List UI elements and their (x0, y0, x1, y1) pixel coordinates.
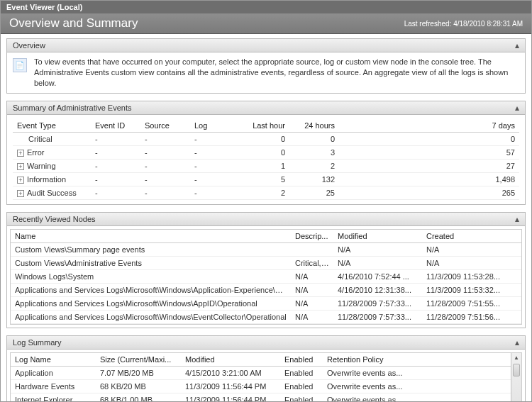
admin-summary-body: Event Type Event ID Source Log Last hour… (7, 115, 525, 204)
cell-event-id: - (91, 159, 140, 172)
col-24-hours[interactable]: 24 hours (289, 119, 339, 133)
cell-name: Applications and Services Logs\Microsoft… (11, 283, 291, 296)
cell-modified: 4/15/2010 3:21:00 AM (181, 366, 280, 379)
overview-panel-body: 📄 To view events that have occurred on y… (7, 52, 525, 93)
table-row[interactable]: Application7.07 MB/20 MB4/15/2010 3:21:0… (11, 366, 511, 379)
log-summary-title: Log Summary (13, 338, 61, 347)
cell-source: - (140, 145, 190, 159)
expand-icon[interactable]: + (17, 150, 24, 157)
table-row[interactable]: Internet Explorer68 KB/1.00 MB11/3/2009 … (11, 393, 511, 402)
log-summary-header[interactable]: Log Summary ▴ (7, 336, 525, 350)
cell-log: - (190, 159, 240, 172)
col-source[interactable]: Source (140, 119, 190, 133)
col-7-days[interactable]: 7 days (339, 119, 519, 133)
cell-source: - (140, 186, 190, 199)
cell-log: - (190, 132, 240, 145)
col-event-id[interactable]: Event ID (91, 119, 140, 133)
cell-24-hours: 3 (289, 145, 339, 159)
cell-description: Critical, ... (291, 256, 333, 269)
cell-log-name: Hardware Events (11, 379, 96, 393)
table-row[interactable]: +Information---51321,498 (13, 172, 519, 186)
cell-created: 11/28/2009 7:51:56... (422, 310, 521, 323)
expand-icon[interactable]: + (17, 163, 24, 170)
overview-panel-header[interactable]: Overview ▴ (7, 39, 525, 52)
scroll-thumb[interactable] (513, 364, 520, 376)
col-log[interactable]: Log (190, 119, 240, 133)
cell-7-days: 57 (339, 145, 519, 159)
cell-size: 68 KB/1.00 MB (96, 393, 181, 402)
cell-created: 11/28/2009 7:51:55... (422, 296, 521, 310)
col-modified[interactable]: Modified (333, 230, 422, 243)
table-row[interactable]: Windows Logs\SystemN/A4/16/2010 7:52:44 … (11, 269, 521, 283)
col-created[interactable]: Created (422, 230, 521, 243)
last-refreshed-value: 4/18/2010 8:28:31 AM (453, 20, 523, 28)
cell-event-id: - (91, 132, 140, 145)
chevron-up-icon[interactable]: ▴ (515, 41, 519, 50)
last-refreshed: Last refreshed: 4/18/2010 8:28:31 AM (404, 20, 523, 28)
cell-24-hours: 2 (289, 159, 339, 172)
cell-event-type: +Audit Success (13, 186, 91, 199)
overview-text: To view events that have occurred on you… (34, 57, 519, 89)
vertical-scrollbar[interactable]: ▲ ▼ (511, 353, 521, 402)
last-refreshed-label: Last refreshed: (404, 20, 452, 28)
admin-summary-panel: Summary of Administrative Events ▴ Event… (6, 101, 526, 205)
cell-event-type: Critical (13, 132, 91, 145)
overview-panel-title: Overview (13, 41, 45, 50)
cell-size: 7.07 MB/20 MB (96, 366, 181, 379)
table-row[interactable]: Applications and Services Logs\Microsoft… (11, 310, 521, 323)
col-description[interactable]: Descrip... (291, 230, 333, 243)
col-last-hour[interactable]: Last hour (240, 119, 289, 133)
table-row[interactable]: Custom Views\Summary page eventsN/AN/A (11, 242, 521, 256)
table-row[interactable]: Custom Views\Administrative EventsCritic… (11, 256, 521, 269)
table-row[interactable]: +Warning---1227 (13, 159, 519, 172)
cell-modified: 11/3/2009 11:56:44 PM (181, 393, 280, 402)
col-name[interactable]: Name (11, 230, 291, 243)
cell-last-hour: 5 (240, 172, 289, 186)
table-row[interactable]: Hardware Events68 KB/20 MB11/3/2009 11:5… (11, 379, 511, 393)
table-row[interactable]: +Error---0357 (13, 145, 519, 159)
expand-icon[interactable]: + (17, 177, 24, 184)
cell-source: - (140, 132, 190, 145)
admin-summary-header[interactable]: Summary of Administrative Events ▴ (7, 101, 525, 115)
cell-7-days: 27 (339, 159, 519, 172)
chevron-up-icon[interactable]: ▴ (515, 104, 519, 112)
cell-description (291, 242, 333, 256)
page-title: Overview and Summary (9, 16, 138, 30)
cell-source: - (140, 159, 190, 172)
cell-modified: 11/28/2009 7:57:33... (333, 296, 422, 310)
cell-created: N/A (422, 242, 521, 256)
table-row[interactable]: Applications and Services Logs\Microsoft… (11, 283, 521, 296)
chevron-up-icon[interactable]: ▴ (515, 338, 519, 347)
log-summary-panel: Log Summary ▴ Log Name Size (Current/Max… (6, 335, 526, 402)
log-summary-body: Log Name Size (Current/Maxi... Modified … (7, 350, 525, 402)
chevron-up-icon[interactable]: ▴ (515, 215, 519, 223)
table-row[interactable]: +Audit Success---225265 (13, 186, 519, 199)
cell-last-hour: 0 (240, 145, 289, 159)
cell-created: 11/3/2009 11:53:32... (422, 283, 521, 296)
cell-description: N/A (291, 296, 333, 310)
cell-name: Custom Views\Administrative Events (11, 256, 291, 269)
col-log-name[interactable]: Log Name (11, 353, 96, 367)
cell-enabled: Enabled (280, 366, 323, 379)
col-event-type[interactable]: Event Type (13, 119, 91, 133)
recently-viewed-header[interactable]: Recently Viewed Nodes ▴ (7, 213, 525, 226)
cell-modified: N/A (333, 242, 422, 256)
cell-24-hours: 132 (289, 172, 339, 186)
scroll-up-icon[interactable]: ▲ (511, 353, 521, 363)
cell-enabled: Enabled (280, 393, 323, 402)
expand-icon[interactable]: + (17, 190, 24, 197)
cell-description: N/A (291, 283, 333, 296)
cell-modified: 11/3/2009 11:56:44 PM (181, 379, 280, 393)
col-enabled[interactable]: Enabled (280, 353, 323, 367)
table-header-row: Log Name Size (Current/Maxi... Modified … (11, 353, 511, 367)
col-modified[interactable]: Modified (181, 353, 280, 367)
cell-retention: Overwrite events as... (323, 393, 511, 402)
col-retention[interactable]: Retention Policy (323, 353, 511, 367)
col-size[interactable]: Size (Current/Maxi... (96, 353, 181, 367)
table-row[interactable]: Critical---000 (13, 132, 519, 145)
recently-viewed-title: Recently Viewed Nodes (13, 215, 96, 223)
cell-created: 11/3/2009 11:53:28... (422, 269, 521, 283)
cell-event-id: - (91, 145, 140, 159)
cell-created: N/A (422, 256, 521, 269)
table-row[interactable]: Applications and Services Logs\Microsoft… (11, 296, 521, 310)
